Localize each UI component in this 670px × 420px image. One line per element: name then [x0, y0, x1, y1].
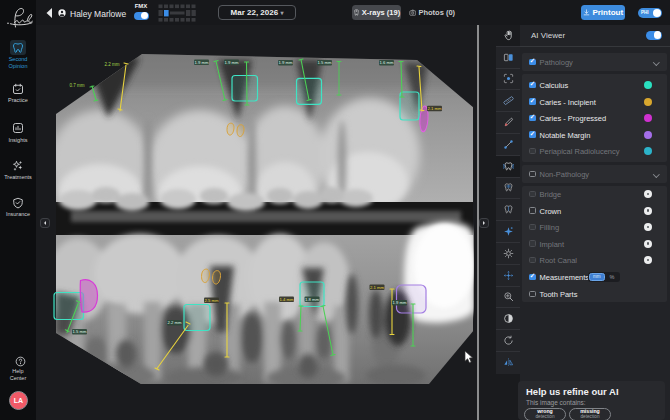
svg-text:0.7 mm: 0.7 mm — [69, 83, 84, 88]
svg-text:1.5 mm: 1.5 mm — [318, 60, 332, 65]
svg-text:1.9 mm: 1.9 mm — [393, 300, 407, 305]
svg-text:1.9 mm: 1.9 mm — [279, 60, 293, 65]
svg-text:2.1 mm: 2.1 mm — [370, 285, 384, 290]
svg-text:2.1 mm: 2.1 mm — [428, 106, 442, 111]
svg-text:1.9 mm: 1.9 mm — [225, 60, 239, 65]
svg-text:1.8 mm: 1.8 mm — [305, 297, 319, 302]
svg-text:2.5 mm: 2.5 mm — [205, 298, 219, 303]
svg-text:2.2 mm: 2.2 mm — [168, 320, 182, 325]
svg-text:1.5 mm: 1.5 mm — [73, 329, 87, 334]
svg-text:2.2 mm: 2.2 mm — [104, 62, 119, 67]
svg-text:1.6 mm: 1.6 mm — [380, 60, 394, 65]
svg-text:1.9 mm: 1.9 mm — [195, 60, 209, 65]
svg-text:1.4 mm: 1.4 mm — [280, 297, 294, 302]
